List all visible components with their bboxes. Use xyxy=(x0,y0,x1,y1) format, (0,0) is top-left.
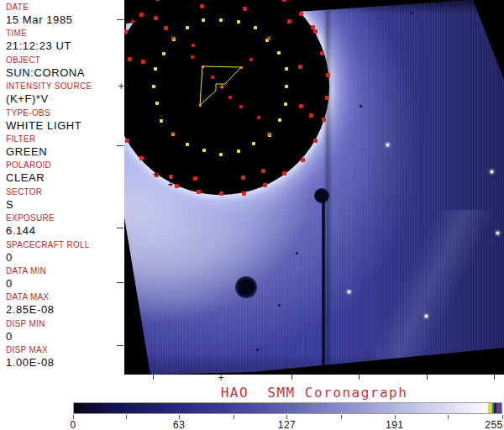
metadata-field: DISP MIN0 xyxy=(0,319,124,345)
field-value: (K+F)*V xyxy=(6,92,124,106)
metadata-field: DATA MAX2.85E-08 xyxy=(0,292,124,318)
colorbar-tick-label: 63 xyxy=(173,419,185,430)
field-label: POLAROID xyxy=(6,160,124,170)
bottom-edge-tick xyxy=(291,375,292,380)
field-label: SECTOR xyxy=(6,187,124,197)
metadata-field: DISP MAX1.00E-08 xyxy=(0,345,124,371)
colorbar-tick-label: 255 xyxy=(485,419,503,430)
field-label: TIME xyxy=(6,29,124,39)
bottom-edge-tick xyxy=(427,375,428,380)
fiducial-cross: + xyxy=(118,81,123,92)
metadata-field: TYPE-OBSWHITE LIGHT xyxy=(0,108,124,134)
field-value: 2.85E-08 xyxy=(6,302,124,317)
colorbar-tick-label: 0 xyxy=(70,419,76,430)
colorbar-tick xyxy=(234,415,234,419)
left-edge-tick xyxy=(117,282,123,283)
left-edge-tick xyxy=(117,19,123,20)
metadata-field: DATE15 Mar 1985 xyxy=(0,3,124,29)
metadata-field: SPACECRAFT ROLL0 xyxy=(0,240,124,266)
smm-coronagraph-viewer: DATE15 Mar 1985TIME21:12:23 UTOBJECTSUN:… xyxy=(0,0,504,430)
field-label: DATE xyxy=(6,3,124,13)
field-value: WHITE LIGHT xyxy=(6,118,124,133)
metadata-field: POLAROIDCLEAR xyxy=(0,160,124,186)
field-value: 1.00E-08 xyxy=(6,355,124,370)
metadata-field: SECTORS xyxy=(0,187,124,213)
field-label: OBJECT xyxy=(6,55,124,66)
field-label: INTENSITY SOURCE xyxy=(6,81,124,92)
field-value: SUN:CORONA xyxy=(6,66,124,80)
colorbar-stripe xyxy=(499,403,501,413)
field-label: EXPOSURE xyxy=(6,213,124,223)
metadata-field: INTENSITY SOURCE(K+F)*V xyxy=(0,81,124,108)
colorbar-tick-label: 191 xyxy=(386,419,404,430)
field-value: 15 Mar 1985 xyxy=(6,13,124,27)
field-value: 0 xyxy=(6,329,124,343)
field-value: S xyxy=(6,197,124,212)
field-value: 0 xyxy=(6,276,124,291)
field-label: DISP MIN xyxy=(6,319,124,329)
metadata-field: OBJECTSUN:CORONA xyxy=(0,55,124,81)
left-edge-tick xyxy=(117,345,123,346)
field-value: 6.144 xyxy=(6,223,124,238)
field-label: TYPE-OBS xyxy=(6,108,124,118)
field-label: FILTER xyxy=(6,134,124,144)
bottom-edge-tick xyxy=(359,375,360,380)
metadata-field: FILTERGREEN xyxy=(0,134,124,160)
metadata-field: EXPOSURE6.144 xyxy=(0,213,124,239)
field-label: DATA MAX xyxy=(6,292,124,302)
metadata-sidebar: DATE15 Mar 1985TIME21:12:23 UTOBJECTSUN:… xyxy=(0,0,124,377)
field-value: 21:12:23 UT xyxy=(6,39,124,53)
field-label: SPACECRAFT ROLL xyxy=(6,240,124,250)
fiducial-cross: + xyxy=(218,373,223,383)
left-edge-tick xyxy=(117,228,123,228)
colorbar-end-stripes xyxy=(488,403,501,413)
image-title: HAO SMM Coronagraph xyxy=(124,385,504,401)
colorbar xyxy=(73,402,502,414)
field-value: GREEN xyxy=(6,144,124,159)
metadata-field: DATA MIN0 xyxy=(0,266,124,292)
sector-outline xyxy=(124,0,504,375)
field-label: DATA MIN xyxy=(6,266,124,276)
field-label: DISP MAX xyxy=(6,345,124,355)
bottom-edge-tick xyxy=(494,375,495,380)
field-value: CLEAR xyxy=(6,170,124,185)
field-value: 0 xyxy=(6,250,124,265)
bottom-edge-tick xyxy=(153,375,154,380)
coronagraph-image-panel: ××××++++ xyxy=(124,0,504,375)
colorbar-tick xyxy=(341,415,342,419)
metadata-field: TIME21:12:23 UT xyxy=(0,29,124,55)
colorbar-tick xyxy=(448,415,449,419)
colorbar-tick xyxy=(126,415,127,419)
colorbar-tick-label: 127 xyxy=(278,419,297,430)
left-edge-tick xyxy=(117,145,123,146)
